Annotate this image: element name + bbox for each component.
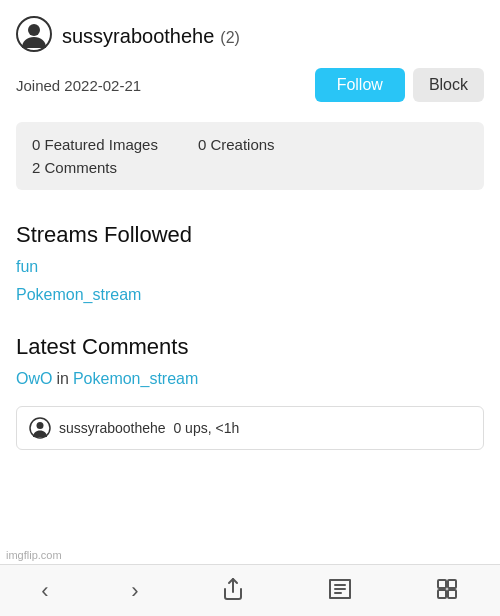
comment-post-link[interactable]: OwO	[16, 370, 52, 388]
username: sussyraboothehe	[62, 25, 214, 48]
in-word: in	[56, 370, 68, 388]
comment-reference: OwO in Pokemon_stream	[16, 370, 484, 388]
back-icon: ‹	[41, 578, 48, 604]
back-button[interactable]: ‹	[31, 572, 58, 610]
comments-section-title: Latest Comments	[16, 334, 484, 360]
svg-point-1	[28, 24, 40, 36]
tabs-icon	[435, 577, 459, 604]
user-id: (2)	[220, 29, 240, 47]
comment-meta: 0 ups, <1h	[173, 420, 239, 436]
stream-link-1[interactable]: Pokemon_stream	[16, 286, 484, 304]
creations-stat: 0 Creations	[198, 136, 275, 153]
comment-card-text: sussyraboothehe 0 ups, <1h	[59, 420, 239, 436]
bookmarks-icon	[328, 577, 352, 604]
stream-link-0[interactable]: fun	[16, 258, 484, 276]
comments-stat: 2 Comments	[32, 159, 117, 176]
svg-rect-8	[438, 580, 446, 588]
share-icon	[221, 577, 245, 604]
featured-images-stat: 0 Featured Images	[32, 136, 158, 153]
bookmarks-button[interactable]	[318, 571, 362, 610]
comment-card: sussyraboothehe 0 ups, <1h	[16, 406, 484, 450]
comments-section: Latest Comments OwO in Pokemon_stream	[0, 318, 500, 402]
svg-rect-10	[438, 590, 446, 598]
forward-icon: ›	[131, 578, 138, 604]
join-date: Joined 2022-02-21	[16, 77, 141, 94]
share-button[interactable]	[211, 571, 255, 610]
bottom-nav: ‹ ›	[0, 564, 500, 616]
comment-avatar-icon	[29, 417, 51, 439]
stats-row-1: 0 Featured Images 0 Creations	[32, 136, 468, 153]
block-button[interactable]: Block	[413, 68, 484, 102]
username-row: sussyraboothehe (2)	[62, 25, 240, 48]
comment-username: sussyraboothehe	[59, 420, 166, 436]
svg-rect-11	[448, 590, 456, 598]
profile-header: sussyraboothehe (2)	[0, 0, 500, 62]
join-row: Joined 2022-02-21 Follow Block	[0, 62, 500, 114]
tabs-button[interactable]	[425, 571, 469, 610]
stats-row-2: 2 Comments	[32, 159, 468, 176]
stats-box: 0 Featured Images 0 Creations 2 Comments	[16, 122, 484, 190]
comment-stream-link[interactable]: Pokemon_stream	[73, 370, 198, 388]
svg-point-3	[37, 422, 44, 429]
watermark: imgflip.com	[6, 549, 62, 561]
action-buttons: Follow Block	[315, 68, 484, 102]
forward-button[interactable]: ›	[121, 572, 148, 610]
streams-section: Streams Followed fun Pokemon_stream	[0, 206, 500, 318]
streams-section-title: Streams Followed	[16, 222, 484, 248]
svg-rect-9	[448, 580, 456, 588]
follow-button[interactable]: Follow	[315, 68, 405, 102]
avatar-icon	[16, 16, 52, 56]
